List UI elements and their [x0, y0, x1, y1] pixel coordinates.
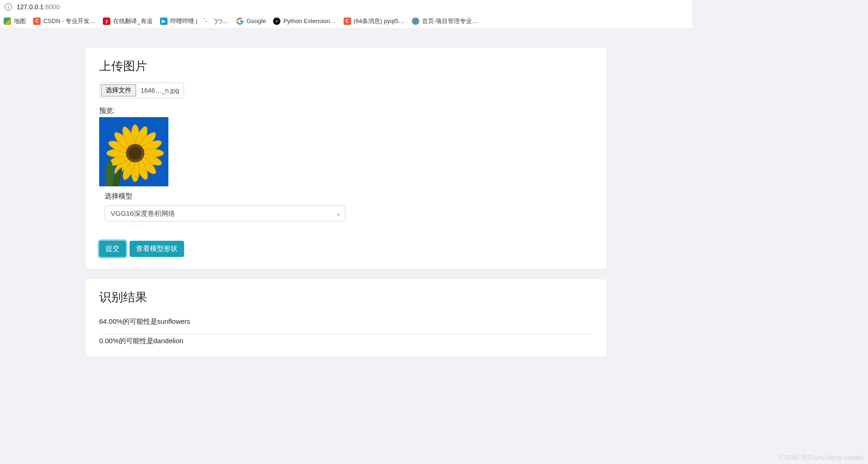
bookmark-pm-home[interactable]: 🌐 首页-项目管理专业…: [412, 17, 478, 25]
bookmark-label: 首页-项目管理专业…: [422, 17, 478, 25]
model-select[interactable]: VGG16深度卷积网络: [105, 205, 345, 221]
bilibili-icon: ▶: [160, 18, 167, 25]
youdao-icon: y: [103, 18, 110, 25]
view-model-shape-button[interactable]: 查看模型形状: [130, 241, 184, 257]
bookmark-label: Python Extension…: [283, 18, 336, 24]
preview-image: [99, 117, 168, 186]
results-title: 识别结果: [99, 289, 593, 305]
button-row: 提交 查看模型形状: [99, 241, 593, 257]
result-row: 64.00%的可能性是sunflowers: [99, 315, 593, 334]
info-icon: i: [5, 3, 12, 11]
preview-label: 预览:: [99, 107, 593, 115]
bookmarks-bar: 地图 C CSDN - 专业开发… y 在线翻译_有道 ▶ 哔哩哔哩 ( ゜- …: [0, 14, 692, 29]
page-body: 上传图片 选择文件 1646…_n.jpg 预览:: [0, 29, 692, 367]
bookmark-maps[interactable]: 地图: [4, 17, 26, 25]
submit-button[interactable]: 提交: [99, 241, 126, 257]
result-row: 0.00%的可能性是dandelion: [99, 334, 593, 353]
bookmark-youdao[interactable]: y 在线翻译_有道: [103, 17, 152, 25]
upload-card: 上传图片 选择文件 1646…_n.jpg 预览:: [85, 48, 606, 269]
bookmark-bilibili[interactable]: ▶ 哔哩哔哩 ( ゜- ゜)つ…: [160, 17, 229, 25]
file-input[interactable]: 选择文件 1646…_n.jpg: [99, 83, 184, 98]
maps-icon: [4, 18, 11, 25]
bookmark-label: (64条消息) pyqt5…: [354, 17, 405, 25]
bookmark-pyqt[interactable]: C (64条消息) pyqt5…: [344, 17, 405, 25]
bookmark-label: 在线翻译_有道: [113, 17, 152, 25]
bookmark-label: 地图: [14, 17, 26, 25]
model-label: 选择模型: [105, 192, 593, 201]
python-ext-icon: ●: [273, 18, 280, 25]
bookmark-label: 哔哩哔哩 ( ゜- ゜)つ…: [170, 17, 229, 25]
bookmark-label: CSDN - 专业开发…: [43, 17, 95, 25]
choose-file-button[interactable]: 选择文件: [101, 84, 136, 96]
model-select-wrap: VGG16深度卷积网络 ⌄: [105, 205, 345, 221]
csdn-icon: C: [344, 18, 351, 25]
address-bar[interactable]: i 127.0.0.1:8000: [0, 0, 692, 14]
bookmark-label: Google: [246, 18, 266, 24]
globe-icon: 🌐: [412, 18, 419, 25]
url-host: 127.0.0.1: [17, 3, 43, 11]
google-icon: [236, 18, 244, 25]
csdn-icon: C: [33, 18, 41, 25]
results-card: 识别结果 64.00%的可能性是sunflowers 0.00%的可能性是dan…: [85, 279, 606, 357]
url-port: :8000: [43, 3, 59, 11]
bookmark-python-ext[interactable]: ● Python Extension…: [273, 18, 336, 25]
svg-point-18: [129, 147, 142, 160]
bookmark-csdn[interactable]: C CSDN - 专业开发…: [33, 17, 95, 25]
bookmark-google[interactable]: Google: [236, 18, 266, 25]
selected-file-name: 1646…_n.jpg: [141, 87, 179, 94]
upload-title: 上传图片: [99, 58, 593, 74]
